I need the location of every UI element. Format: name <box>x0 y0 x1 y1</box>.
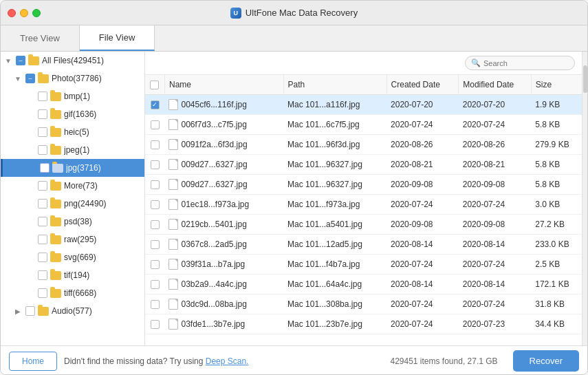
table-row[interactable]: ✓ 0045cf6...116f.jpg Mac 101...a116f.jpg… <box>145 95 582 115</box>
row-checkbox[interactable] <box>151 180 160 189</box>
sidebar-item-photo[interactable]: ▼ – Photo(37786) <box>1 69 144 87</box>
table-row[interactable]: 009d27...6327.jpg Mac 101...96327.jpg 20… <box>145 155 582 175</box>
table-row[interactable]: 039f31a...b7a.jpg Mac 101...f4b7a.jpg 20… <box>145 255 582 275</box>
checkbox-tiff[interactable] <box>38 288 47 298</box>
cell-checkbox[interactable] <box>145 235 164 255</box>
row-checkbox[interactable] <box>151 200 160 209</box>
status-text: 429451 items found, 27.1 GB <box>390 356 497 366</box>
checkbox-jpeg[interactable] <box>38 145 47 155</box>
checkbox-gif[interactable] <box>38 109 47 119</box>
sidebar-item-more[interactable]: More(73) <box>1 177 144 195</box>
cell-size: 31.8 KB <box>531 294 582 314</box>
table-row[interactable]: 03fde1...3b7e.jpg Mac 101...23b7e.jpg 20… <box>145 314 582 334</box>
cell-checkbox[interactable] <box>145 155 164 175</box>
close-button[interactable] <box>8 9 16 17</box>
cell-size: 172.1 KB <box>531 275 582 294</box>
th-checkbox[interactable] <box>145 75 164 95</box>
home-button[interactable]: Home <box>9 352 57 371</box>
maximize-button[interactable] <box>32 9 41 17</box>
cell-checkbox[interactable] <box>145 215 164 235</box>
row-checkbox[interactable] <box>151 220 160 229</box>
sidebar-item-heic[interactable]: heic(5) <box>1 123 144 141</box>
sidebar-item-all-files[interactable]: ▼ – All Files(429451) <box>1 52 144 69</box>
table-row[interactable]: 01ec18...f973a.jpg Mac 101...f973a.jpg 2… <box>145 195 582 215</box>
cell-checkbox[interactable] <box>145 294 164 314</box>
cell-checkbox[interactable]: ✓ <box>145 95 164 115</box>
app-icon: U <box>230 8 241 19</box>
search-input[interactable] <box>483 59 573 67</box>
folder-icon <box>50 110 61 119</box>
cell-checkbox[interactable] <box>145 275 164 294</box>
sidebar-item-svg[interactable]: svg(669) <box>1 248 144 266</box>
row-checkbox[interactable] <box>151 160 160 169</box>
checkbox-raw[interactable] <box>38 235 47 244</box>
search-box[interactable]: 🔍 <box>465 56 575 70</box>
checkbox-jpg[interactable] <box>40 163 50 173</box>
sidebar-label-tif: tif(194) <box>64 270 89 280</box>
th-created-date: Created Date <box>386 75 459 95</box>
checkbox-more[interactable] <box>38 181 47 191</box>
checkbox-audio[interactable] <box>25 306 35 316</box>
checkbox-png[interactable] <box>38 199 47 208</box>
sidebar-item-gif[interactable]: gif(1636) <box>1 105 144 123</box>
cell-checkbox[interactable] <box>145 255 164 275</box>
tab-tree-view[interactable]: Tree View <box>1 25 80 51</box>
cell-checkbox[interactable] <box>145 135 164 155</box>
row-checkbox[interactable] <box>151 260 160 269</box>
checkbox-tif[interactable] <box>38 270 47 280</box>
row-checkbox[interactable]: ✓ <box>151 100 160 109</box>
sidebar-item-jpeg[interactable]: jpeg(1) <box>1 141 144 159</box>
cell-checkbox[interactable] <box>145 195 164 215</box>
row-checkbox[interactable] <box>151 120 160 129</box>
tab-file-view[interactable]: File View <box>80 25 155 51</box>
cell-checkbox[interactable] <box>145 175 164 195</box>
cell-modified: 2020-07-23 <box>459 314 532 334</box>
sidebar-item-jpg[interactable]: jpg(3716) <box>1 159 144 177</box>
sidebar-item-psd[interactable]: psd(38) <box>1 213 144 231</box>
sidebar-item-audio[interactable]: ▶ Audio(577) <box>1 302 144 320</box>
folder-icon <box>50 253 61 262</box>
checkbox-bmp[interactable] <box>38 92 47 101</box>
cell-size: 3.0 KB <box>531 195 582 215</box>
sidebar-item-bmp[interactable]: bmp(1) <box>1 87 144 105</box>
minimize-button[interactable] <box>20 9 28 17</box>
scrollbar[interactable] <box>582 52 587 345</box>
checkbox-heic[interactable] <box>38 127 47 137</box>
sidebar-item-tif[interactable]: tif(194) <box>1 266 144 284</box>
table-row[interactable]: 009d27...6327.jpg Mac 101...96327.jpg 20… <box>145 175 582 195</box>
file-icon <box>168 179 178 190</box>
file-table[interactable]: Name Path Created Date Modified Date Siz… <box>145 75 582 345</box>
deep-scan-link[interactable]: Deep Scan. <box>206 356 249 366</box>
checkbox-photo[interactable]: – <box>25 74 35 83</box>
sidebar-label-jpg: jpg(3716) <box>66 163 101 173</box>
checkbox-svg[interactable] <box>38 253 47 262</box>
table-row[interactable]: 0219cb...5401.jpg Mac 101...a5401.jpg 20… <box>145 215 582 235</box>
row-checkbox[interactable] <box>151 300 160 309</box>
table-row[interactable]: 0091f2a...6f3d.jpg Mac 101...96f3d.jpg 2… <box>145 135 582 155</box>
checkbox-all-files[interactable]: – <box>16 56 25 65</box>
cell-created: 2020-09-08 <box>386 175 459 195</box>
th-path: Path <box>283 75 386 95</box>
table-row[interactable]: 03b2a9...4a4c.jpg Mac 101...64a4c.jpg 20… <box>145 275 582 294</box>
cell-path: Mac 101...308ba.jpg <box>283 294 386 314</box>
table-header-row: Name Path Created Date Modified Date Siz… <box>145 75 582 95</box>
select-all-checkbox[interactable] <box>150 81 159 89</box>
cell-checkbox[interactable] <box>145 115 164 135</box>
table-row[interactable]: 03dc9d...08ba.jpg Mac 101...308ba.jpg 20… <box>145 294 582 314</box>
bottom-bar: Home Didn't find the missing data? Try u… <box>1 345 587 375</box>
table-row[interactable]: 0367c8...2ad5.jpg Mac 101...12ad5.jpg 20… <box>145 235 582 255</box>
sidebar-item-tiff[interactable]: tiff(6668) <box>1 284 144 302</box>
row-checkbox[interactable] <box>151 280 160 289</box>
row-checkbox[interactable] <box>151 320 160 329</box>
scrollbar-thumb[interactable] <box>583 65 587 93</box>
checkbox-psd[interactable] <box>38 217 47 226</box>
file-icon <box>168 119 178 130</box>
recover-button[interactable]: Recover <box>513 350 579 372</box>
row-checkbox[interactable] <box>151 140 160 149</box>
cell-created: 2020-07-24 <box>386 195 459 215</box>
sidebar-item-png[interactable]: png(24490) <box>1 195 144 213</box>
sidebar-item-raw[interactable]: raw(295) <box>1 231 144 248</box>
cell-checkbox[interactable] <box>145 314 164 334</box>
table-row[interactable]: 006f7d3...c7f5.jpg Mac 101...6c7f5.jpg 2… <box>145 115 582 135</box>
row-checkbox[interactable] <box>151 240 160 249</box>
